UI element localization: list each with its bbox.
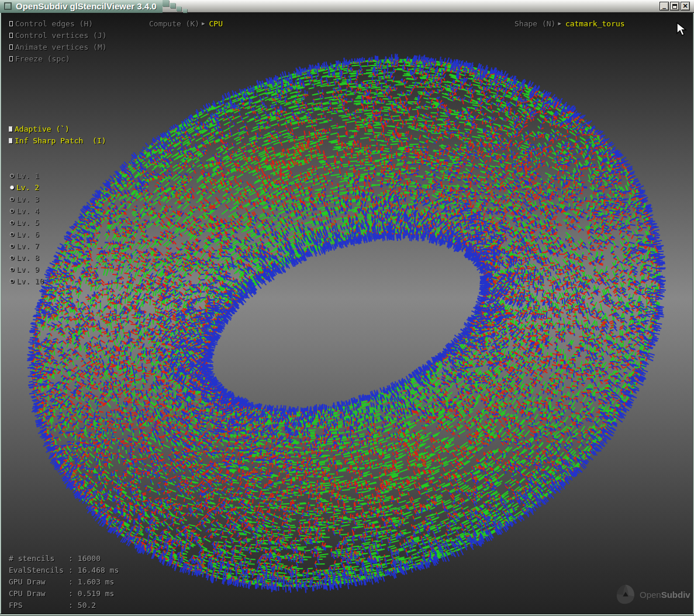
radio-level-1[interactable]: Lv. 1 <box>10 171 39 180</box>
radio-level-5[interactable]: Lv. 5 <box>10 218 39 226</box>
compute-value: CPU <box>209 19 223 28</box>
toggle-freeze[interactable]: Freeze (spc) <box>9 54 70 63</box>
opensubdiv-logo: OpenSubdiv <box>615 584 690 605</box>
compute-pulldown[interactable]: Compute (K) ▶ CPU <box>149 19 223 27</box>
shape-label: Shape (N) <box>515 19 555 28</box>
stat-fps: FPS:50.2 <box>9 601 96 609</box>
stat-eval-stencils: EvalStencils:16.468 ms <box>9 566 119 574</box>
titlebar-dither <box>177 6 181 11</box>
radio-level-10[interactable]: Lv. 10 <box>10 277 44 285</box>
stat-label: # stencils <box>9 554 68 562</box>
toggle-control-edges[interactable]: Control edges (H) <box>9 19 93 27</box>
app-window: OpenSubdiv glStencilViewer 3.4.0 – ✕ Con… <box>0 0 694 616</box>
radio-label: Lv. 2 <box>16 183 39 192</box>
radio-icon <box>10 174 14 178</box>
minimize-button[interactable]: – <box>660 2 669 11</box>
stat-colon: : <box>68 554 73 562</box>
stat-label: EvalStencils <box>9 566 68 574</box>
radio-level-6[interactable]: Lv. 6 <box>10 230 39 238</box>
radio-label: Lv. 8 <box>16 253 39 262</box>
logo-subdiv-text: Subdiv <box>661 590 690 600</box>
radio-label: Lv. 10 <box>16 277 44 285</box>
toggle-label: Control edges (H) <box>15 19 93 28</box>
stat-label: FPS <box>9 601 68 609</box>
toggle-animate-vertices[interactable]: Animate vertices (M) <box>9 43 107 51</box>
radio-icon <box>10 244 14 248</box>
radio-label: Lv. 5 <box>16 218 39 227</box>
stat-value: 0.519 ms <box>78 589 115 597</box>
mouse-cursor-icon <box>676 22 688 37</box>
stat-colon: : <box>68 589 73 597</box>
stat-colon: : <box>68 601 73 609</box>
pulldown-arrow-icon: ▶ <box>202 20 205 26</box>
radio-icon <box>10 232 14 236</box>
window-menu-icon[interactable] <box>4 2 12 10</box>
radio-label: Lv. 4 <box>16 207 39 215</box>
radio-icon <box>10 197 14 201</box>
titlebar[interactable]: OpenSubdiv glStencilViewer 3.4.0 – ✕ <box>0 0 694 13</box>
radio-label: Lv. 9 <box>16 265 39 274</box>
pulldown-arrow-icon: ▶ <box>558 20 561 26</box>
stat-label: CPU Draw <box>9 589 68 597</box>
stat-colon: : <box>68 566 73 574</box>
stat-value: 1.603 ms <box>78 577 115 586</box>
opensubdiv-wordmark: OpenSubdiv <box>640 590 690 600</box>
radio-level-9[interactable]: Lv. 9 <box>10 265 39 273</box>
close-icon: ✕ <box>682 3 688 9</box>
radio-icon <box>10 279 14 283</box>
opensubdiv-pinwheel-icon <box>615 584 636 605</box>
checkbox-icon <box>9 21 13 26</box>
window-title: OpenSubdiv glStencilViewer 3.4.0 <box>16 1 157 11</box>
window-border-bottom <box>0 614 694 616</box>
viewport-background <box>1 13 693 614</box>
radio-icon <box>10 185 14 190</box>
stencil-torus-canvas[interactable] <box>1 13 693 614</box>
radio-level-7[interactable]: Lv. 7 <box>10 242 39 250</box>
radio-icon <box>10 221 14 225</box>
checkbox-icon <box>9 44 13 50</box>
radio-level-2[interactable]: Lv. 2 <box>10 183 39 191</box>
toggle-label: Animate vertices (M) <box>15 43 107 51</box>
close-button[interactable]: ✕ <box>681 2 690 11</box>
shape-pulldown[interactable]: Shape (N) ▶ catmark_torus <box>515 19 625 27</box>
shape-value: catmark_torus <box>565 19 625 28</box>
stat-value: 50.2 <box>78 601 96 609</box>
titlebar-dither <box>163 0 169 6</box>
stat-cpu-draw: CPU Draw:0.519 ms <box>9 589 114 597</box>
radio-icon <box>10 267 14 271</box>
compute-label: Compute (K) <box>149 19 199 28</box>
stat-value: 16.468 ms <box>78 566 119 574</box>
toggle-label: Adaptive (`) <box>15 125 70 133</box>
logo-open-text: Open <box>640 590 661 600</box>
radio-level-8[interactable]: Lv. 8 <box>10 253 39 261</box>
stat-num-stencils: # stencils:16000 <box>9 554 101 562</box>
checkbox-icon <box>9 138 12 143</box>
toggle-inf-sharp-patch[interactable]: Inf Sharp Patch (I) <box>9 136 106 144</box>
radio-label: Lv. 6 <box>16 230 39 239</box>
stat-colon: : <box>68 577 73 586</box>
minimize-icon: – <box>662 5 667 12</box>
checkbox-icon <box>9 56 13 61</box>
stat-value: 16000 <box>78 554 101 562</box>
maximize-button[interactable] <box>670 2 679 11</box>
radio-icon <box>10 256 14 260</box>
checkbox-icon <box>9 33 13 38</box>
radio-level-4[interactable]: Lv. 4 <box>10 207 39 215</box>
toggle-adaptive[interactable]: Adaptive (`) <box>9 125 70 133</box>
stat-label: GPU Draw <box>9 577 68 586</box>
window-border-left <box>0 13 1 616</box>
checkbox-icon <box>9 126 12 132</box>
stat-gpu-draw: GPU Draw:1.603 ms <box>9 577 114 586</box>
radio-level-3[interactable]: Lv. 3 <box>10 195 39 203</box>
toggle-control-vertices[interactable]: Control vertices (J) <box>9 31 107 39</box>
titlebar-dither <box>183 9 187 13</box>
toggle-label: Control vertices (J) <box>15 31 107 40</box>
maximize-icon <box>672 4 677 9</box>
radio-label: Lv. 1 <box>16 171 39 180</box>
radio-label: Lv. 3 <box>16 195 39 204</box>
toggle-label: Freeze (spc) <box>15 54 70 63</box>
radio-label: Lv. 7 <box>16 242 39 250</box>
radio-icon <box>10 209 14 213</box>
toggle-label: Inf Sharp Patch (I) <box>15 136 106 145</box>
titlebar-dither <box>170 3 175 8</box>
